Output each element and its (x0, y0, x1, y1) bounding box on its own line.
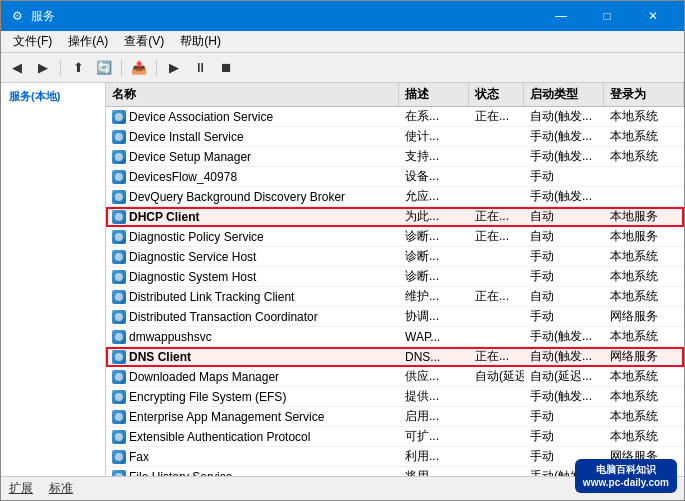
up-button[interactable]: ⬆ (66, 57, 90, 79)
service-name-cell: DNS Client (106, 347, 399, 366)
export-button[interactable]: 📤 (127, 57, 151, 79)
status-tab[interactable]: 标准 (49, 480, 73, 497)
service-status-cell (469, 267, 524, 286)
service-name: dmwappushsvc (129, 330, 212, 344)
service-name: Device Association Service (129, 110, 273, 124)
service-desc-cell: 诊断... (399, 227, 469, 246)
service-icon (112, 190, 126, 204)
service-logon-cell: 本地系统 (604, 147, 684, 166)
service-name-cell: Device Install Service (106, 127, 399, 146)
service-status-cell: 正在... (469, 347, 524, 366)
refresh-button[interactable]: 🔄 (92, 57, 116, 79)
service-desc-cell: 使计... (399, 127, 469, 146)
table-row[interactable]: Downloaded Maps Manager供应...自动(延迟...自动(延… (106, 367, 684, 387)
service-name-cell: Fax (106, 447, 399, 466)
service-startup-cell: 手动 (524, 267, 604, 286)
sidebar-local-services[interactable]: 服务(本地) (5, 87, 101, 106)
service-startup-cell: 手动(触发... (524, 387, 604, 406)
close-button[interactable]: ✕ (630, 1, 676, 31)
table-row[interactable]: Distributed Link Tracking Client维护...正在.… (106, 287, 684, 307)
play-button[interactable]: ▶ (162, 57, 186, 79)
service-name-cell: DevQuery Background Discovery Broker (106, 187, 399, 206)
service-desc-cell: 可扩... (399, 427, 469, 446)
table-row[interactable]: DevicesFlow_40978设备...手动 (106, 167, 684, 187)
column-header[interactable]: 描述 (399, 83, 469, 106)
service-icon (112, 150, 126, 164)
table-row[interactable]: DevQuery Background Discovery Broker允应..… (106, 187, 684, 207)
table-row[interactable]: Diagnostic System Host诊断...手动本地系统 (106, 267, 684, 287)
table-row[interactable]: Diagnostic Policy Service诊断...正在...自动本地服… (106, 227, 684, 247)
table-row[interactable]: Device Install Service使计...手动(触发...本地系统 (106, 127, 684, 147)
service-startup-cell: 自动(触发... (524, 107, 604, 126)
service-name-cell: dmwappushsvc (106, 327, 399, 346)
service-name-cell: Diagnostic Policy Service (106, 227, 399, 246)
menu-item[interactable]: 帮助(H) (172, 31, 229, 52)
sidebar: 服务(本地) (1, 83, 106, 476)
brand-badge: 电脑百科知识 www.pc-daily.com (575, 459, 677, 493)
service-name: Diagnostic Policy Service (129, 230, 264, 244)
pause-button[interactable]: ⏸ (188, 57, 212, 79)
service-name-cell: Diagnostic System Host (106, 267, 399, 286)
table-row[interactable]: Encrypting File System (EFS)提供...手动(触发..… (106, 387, 684, 407)
column-header[interactable]: 名称 (106, 83, 399, 106)
forward-button[interactable]: ▶ (31, 57, 55, 79)
service-startup-cell: 手动(触发... (524, 327, 604, 346)
table-row[interactable]: Diagnostic Service Host诊断...手动本地系统 (106, 247, 684, 267)
service-logon-cell: 本地系统 (604, 367, 684, 386)
service-status-cell (469, 327, 524, 346)
column-header[interactable]: 状态 (469, 83, 524, 106)
service-desc-cell: 维护... (399, 287, 469, 306)
services-panel: 名称描述状态启动类型登录为 Device Association Service… (106, 83, 684, 476)
service-status-cell: 正在... (469, 287, 524, 306)
toolbar-separator-2 (121, 59, 122, 77)
service-startup-cell: 自动 (524, 207, 604, 226)
table-row[interactable]: Enterprise App Management Service启用...手动… (106, 407, 684, 427)
menu-item[interactable]: 操作(A) (60, 31, 116, 52)
status-tab[interactable]: 扩展 (9, 480, 33, 497)
services-table[interactable]: Device Association Service在系...正在...自动(触… (106, 107, 684, 476)
service-name-cell: DHCP Client (106, 207, 399, 226)
column-header[interactable]: 启动类型 (524, 83, 604, 106)
column-header[interactable]: 登录为 (604, 83, 684, 106)
table-row[interactable]: Device Setup Manager支持...手动(触发...本地系统 (106, 147, 684, 167)
menu-item[interactable]: 文件(F) (5, 31, 60, 52)
service-logon-cell: 网络服务 (604, 307, 684, 326)
service-status-cell (469, 247, 524, 266)
service-status-cell (469, 187, 524, 206)
service-icon (112, 130, 126, 144)
stop-button[interactable]: ⏹ (214, 57, 238, 79)
service-icon (112, 270, 126, 284)
service-status-cell (469, 307, 524, 326)
table-row[interactable]: DNS ClientDNS...正在...自动(触发...网络服务 (106, 347, 684, 367)
service-icon (112, 210, 126, 224)
table-row[interactable]: Device Association Service在系...正在...自动(触… (106, 107, 684, 127)
service-desc-cell: 将用... (399, 467, 469, 476)
service-logon-cell: 本地系统 (604, 327, 684, 346)
service-name-cell: Distributed Transaction Coordinator (106, 307, 399, 326)
service-desc-cell: 允应... (399, 187, 469, 206)
service-desc-cell: 协调... (399, 307, 469, 326)
service-icon (112, 230, 126, 244)
badge-line1: 电脑百科知识 (583, 463, 669, 476)
minimize-button[interactable]: — (538, 1, 584, 31)
service-icon (112, 430, 126, 444)
back-button[interactable]: ◀ (5, 57, 29, 79)
service-name: Diagnostic Service Host (129, 250, 256, 264)
service-icon (112, 250, 126, 264)
badge-line2: www.pc-daily.com (583, 476, 669, 489)
service-status-cell (469, 127, 524, 146)
table-row[interactable]: dmwappushsvcWAP...手动(触发...本地系统 (106, 327, 684, 347)
menu-bar: 文件(F)操作(A)查看(V)帮助(H) (1, 31, 684, 53)
service-name: Fax (129, 450, 149, 464)
service-logon-cell (604, 187, 684, 206)
app-icon: ⚙ (9, 8, 25, 24)
maximize-button[interactable]: □ (584, 1, 630, 31)
table-row[interactable]: DHCP Client为此...正在...自动本地服务 (106, 207, 684, 227)
service-status-cell (469, 467, 524, 476)
menu-item[interactable]: 查看(V) (116, 31, 172, 52)
table-row[interactable]: Extensible Authentication Protocol可扩...手… (106, 427, 684, 447)
table-row[interactable]: Distributed Transaction Coordinator协调...… (106, 307, 684, 327)
service-desc-cell: 支持... (399, 147, 469, 166)
service-logon-cell: 本地服务 (604, 227, 684, 246)
service-desc-cell: 为此... (399, 207, 469, 226)
